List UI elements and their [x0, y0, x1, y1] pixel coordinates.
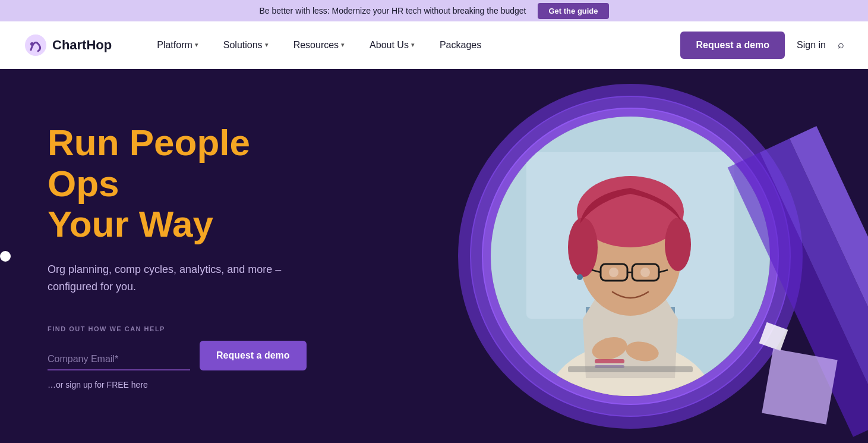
hero-form: Request a demo: [48, 341, 321, 370]
banner-text: Be better with less: Modernize your HR t…: [259, 6, 526, 15]
svg-point-0: [25, 34, 46, 56]
hero-photo: [491, 117, 770, 396]
signup-link[interactable]: …or sign up for FREE here: [48, 380, 321, 389]
svg-point-19: [609, 268, 618, 277]
chevron-down-icon: ▾: [341, 41, 345, 49]
chevron-down-icon: ▾: [411, 41, 415, 49]
nav-item-resources[interactable]: Resources ▾: [284, 34, 354, 56]
nav-links: Platform ▾ Solutions ▾ Resources ▾ About…: [147, 34, 680, 56]
svg-point-20: [640, 268, 650, 277]
nav-item-platform[interactable]: Platform ▾: [147, 34, 208, 56]
nav-actions: Request a demo Sign in ⌕: [680, 32, 844, 59]
sign-in-link[interactable]: Sign in: [797, 40, 826, 51]
search-icon[interactable]: ⌕: [838, 39, 844, 51]
hero-request-demo-button[interactable]: Request a demo: [200, 341, 307, 370]
nav-item-packages[interactable]: Packages: [430, 34, 491, 56]
svg-point-13: [665, 218, 691, 271]
logo[interactable]: ChartHop: [24, 33, 112, 57]
nav-item-solutions[interactable]: Solutions ▾: [214, 34, 278, 56]
svg-rect-24: [595, 359, 624, 363]
svg-point-1: [30, 42, 34, 46]
hero-illustration: [393, 69, 868, 443]
top-banner: Be better with less: Modernize your HR t…: [0, 0, 868, 21]
find-out-label: FIND OUT HOW WE CAN HELP: [48, 325, 321, 332]
get-guide-button[interactable]: Get the guide: [538, 3, 608, 19]
hero-subtitle: Org planning, comp cycles, analytics, an…: [48, 261, 321, 296]
email-field[interactable]: [48, 349, 190, 370]
decorative-square-large: [762, 348, 837, 424]
hero-section: Run People OpsYour Way Org planning, com…: [0, 69, 868, 443]
navigation: ChartHop Platform ▾ Solutions ▾ Resource…: [0, 21, 868, 69]
person-svg: [491, 117, 770, 396]
svg-point-21: [577, 274, 583, 280]
left-dot-decoration: [0, 251, 11, 262]
svg-rect-26: [568, 366, 693, 372]
nav-item-about-us[interactable]: About Us ▾: [360, 34, 424, 56]
hero-content: Run People OpsYour Way Org planning, com…: [0, 87, 368, 425]
svg-point-12: [568, 218, 598, 277]
chevron-down-icon: ▾: [265, 41, 269, 49]
logo-icon: [24, 33, 48, 57]
nav-request-demo-button[interactable]: Request a demo: [680, 32, 785, 59]
chevron-down-icon: ▾: [195, 41, 198, 49]
circle-decoration: [452, 78, 809, 435]
hero-title: Run People OpsYour Way: [48, 122, 321, 244]
logo-text: ChartHop: [52, 37, 112, 53]
